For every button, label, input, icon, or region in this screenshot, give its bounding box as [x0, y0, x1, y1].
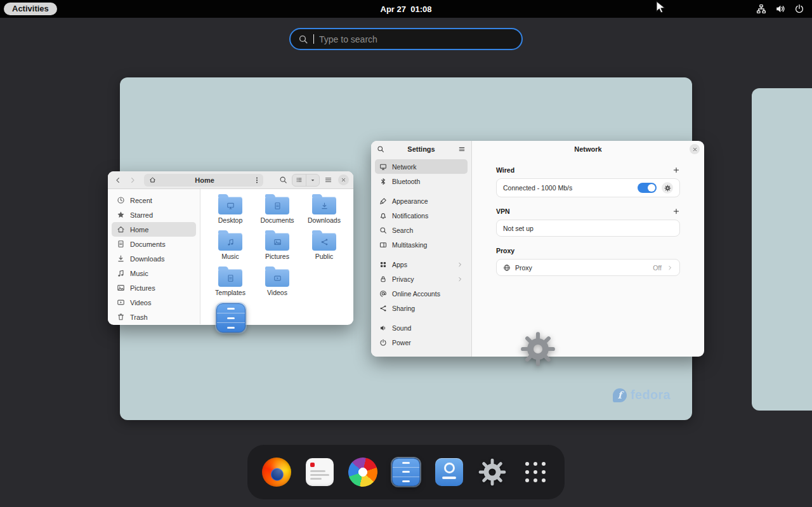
- nav-item-sharing[interactable]: Sharing: [375, 301, 468, 315]
- folder-icon: [312, 233, 336, 251]
- multitasking-icon: [379, 241, 387, 249]
- sidebar-item-home[interactable]: Home: [112, 222, 196, 237]
- add-vpn-icon[interactable]: [672, 207, 680, 215]
- software-icon: [435, 458, 463, 486]
- forward-button[interactable]: [127, 174, 138, 186]
- system-status-area[interactable]: [756, 4, 804, 14]
- drawer: [217, 322, 245, 332]
- share-emblem-icon: [320, 238, 329, 246]
- files-window[interactable]: Home Recent Starred Home Documents Downl…: [108, 171, 353, 325]
- view-options-caret[interactable]: [306, 174, 319, 186]
- appearance-icon: [379, 197, 387, 205]
- music-emblem-icon: [226, 238, 235, 246]
- nav-item-sound[interactable]: Sound: [375, 320, 468, 335]
- dash-dock: [247, 445, 565, 499]
- window-close-button[interactable]: [690, 144, 700, 154]
- nav-separator: [375, 188, 468, 194]
- dock-item-show-apps[interactable]: [519, 456, 552, 489]
- settings-sidebar: Settings Network Bluetooth Appearance No…: [371, 141, 472, 357]
- list-view-icon[interactable]: [292, 174, 306, 186]
- sidebar-item-music[interactable]: Music: [112, 266, 196, 280]
- dock-item-firefox[interactable]: [260, 456, 293, 489]
- hamburger-menu-icon[interactable]: [458, 145, 466, 153]
- vpn-status-row: Not set up: [496, 220, 680, 237]
- power-icon[interactable]: [794, 4, 804, 14]
- wired-toggle[interactable]: [638, 183, 657, 193]
- speaker-icon: [379, 324, 387, 332]
- location-menu-icon[interactable]: [253, 176, 261, 184]
- folder-public[interactable]: Public: [301, 233, 348, 267]
- search-icon[interactable]: [279, 176, 287, 184]
- search-icon[interactable]: [377, 145, 384, 153]
- add-wired-icon[interactable]: [672, 166, 680, 174]
- nav-item-search[interactable]: Search: [375, 223, 468, 237]
- dock-item-photos[interactable]: [346, 456, 379, 489]
- dock-item-files[interactable]: [390, 456, 422, 489]
- sidebar-item-pictures[interactable]: Pictures: [112, 280, 196, 295]
- workspace-preview-next[interactable]: [752, 88, 812, 411]
- nav-item-notifications[interactable]: Notifications: [375, 208, 468, 223]
- sidebar-item-videos[interactable]: Videos: [112, 295, 196, 310]
- clock[interactable]: Apr 27 01:08: [381, 4, 432, 14]
- settings-window[interactable]: Settings Network Bluetooth Appearance No…: [371, 141, 704, 357]
- folder-documents[interactable]: Documents: [254, 197, 301, 231]
- chevron-right-icon: [457, 276, 463, 282]
- nav-item-apps[interactable]: Apps: [375, 257, 468, 272]
- calendar-icon: [306, 458, 334, 486]
- nav-item-power[interactable]: Power: [375, 335, 468, 350]
- nav-item-online-accounts[interactable]: Online Accounts: [375, 286, 468, 301]
- settings-nav: Network Bluetooth Appearance Notificatio…: [371, 157, 471, 352]
- view-toggle[interactable]: [292, 174, 320, 187]
- nav-item-privacy[interactable]: Privacy: [375, 272, 468, 286]
- folder-pictures[interactable]: Pictures: [254, 233, 301, 267]
- template-emblem-icon: [226, 274, 235, 282]
- settings-panel-header: Network: [472, 141, 704, 157]
- sidebar-item-trash[interactable]: Trash: [112, 310, 196, 324]
- dock-item-calendar[interactable]: [303, 456, 336, 489]
- nav-separator: [375, 252, 468, 257]
- wired-settings-gear-icon[interactable]: [662, 182, 673, 194]
- nav-item-appearance[interactable]: Appearance: [375, 194, 468, 208]
- folder-music[interactable]: Music: [207, 233, 254, 267]
- nav-item-bluetooth[interactable]: Bluetooth: [375, 174, 468, 188]
- overview-search[interactable]: [289, 28, 523, 50]
- image-emblem-icon: [273, 238, 282, 246]
- proxy-value: Off: [653, 264, 662, 272]
- clock-icon: [117, 196, 125, 204]
- hamburger-menu-icon[interactable]: [324, 176, 332, 184]
- folder-icon: [218, 197, 242, 214]
- sidebar-item-documents[interactable]: Documents: [112, 237, 196, 251]
- folder-downloads[interactable]: Downloads: [301, 197, 348, 231]
- dock-item-settings[interactable]: [476, 456, 509, 489]
- files-app-badge-icon[interactable]: [216, 303, 246, 333]
- sidebar-item-starred[interactable]: Starred: [112, 207, 196, 222]
- files-sidebar: Recent Starred Home Documents Downloads …: [108, 189, 200, 324]
- folder-templates[interactable]: Templates: [207, 269, 254, 303]
- search-input[interactable]: [319, 34, 514, 44]
- path-bar[interactable]: Home: [144, 174, 263, 187]
- vpn-status: Not set up: [503, 225, 534, 232]
- proxy-globe-icon: [503, 264, 511, 272]
- dock-item-software[interactable]: [433, 456, 466, 489]
- nav-item-network[interactable]: Network: [375, 159, 468, 174]
- app-grid-icon: [525, 462, 546, 482]
- activities-button[interactable]: Activities: [4, 3, 57, 15]
- volume-icon[interactable]: [775, 4, 785, 14]
- trash-icon: [117, 313, 125, 321]
- files-header-actions: [279, 174, 349, 187]
- panel-title: Network: [574, 145, 601, 153]
- folder-videos[interactable]: Videos: [254, 269, 301, 303]
- vpn-section-header: VPN: [496, 207, 680, 215]
- document-emblem-icon: [273, 202, 282, 210]
- back-button[interactable]: [112, 174, 124, 186]
- wired-connection-row[interactable]: Connected - 1000 Mb/s: [496, 178, 680, 197]
- proxy-row[interactable]: Proxy Off: [496, 259, 680, 276]
- nav-item-multitasking[interactable]: Multitasking: [375, 237, 468, 252]
- settings-app-badge-gear-icon[interactable]: [520, 331, 556, 367]
- home-icon: [117, 225, 125, 234]
- sidebar-item-recent[interactable]: Recent: [112, 193, 196, 207]
- sidebar-item-downloads[interactable]: Downloads: [112, 251, 196, 266]
- network-icon[interactable]: [756, 4, 766, 14]
- folder-desktop[interactable]: Desktop: [207, 197, 254, 231]
- window-close-button[interactable]: [338, 174, 349, 185]
